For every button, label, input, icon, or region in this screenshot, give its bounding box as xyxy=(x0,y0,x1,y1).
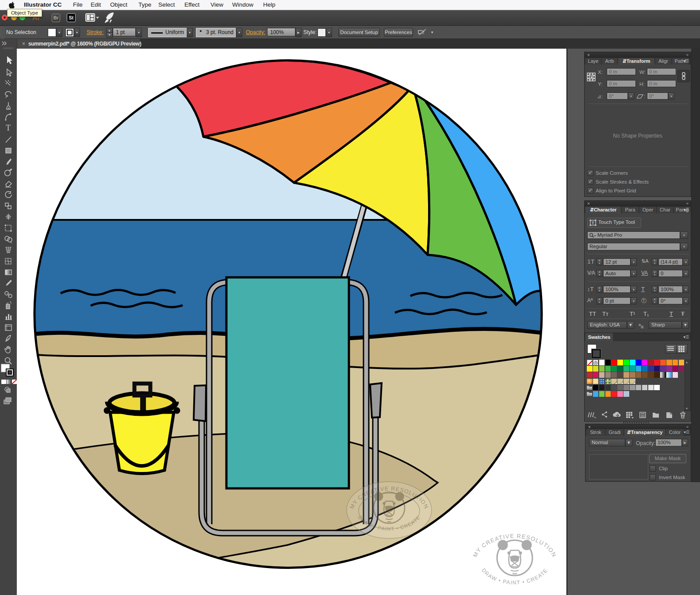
svg-text:T: T xyxy=(6,123,11,132)
svg-text:MY CREATIVE RESOLUTION: MY CREATIVE RESOLUTION xyxy=(471,533,558,558)
svg-text:DRAW • PAINT • CREATE: DRAW • PAINT • CREATE xyxy=(480,567,549,586)
svg-text:T: T xyxy=(592,221,594,225)
